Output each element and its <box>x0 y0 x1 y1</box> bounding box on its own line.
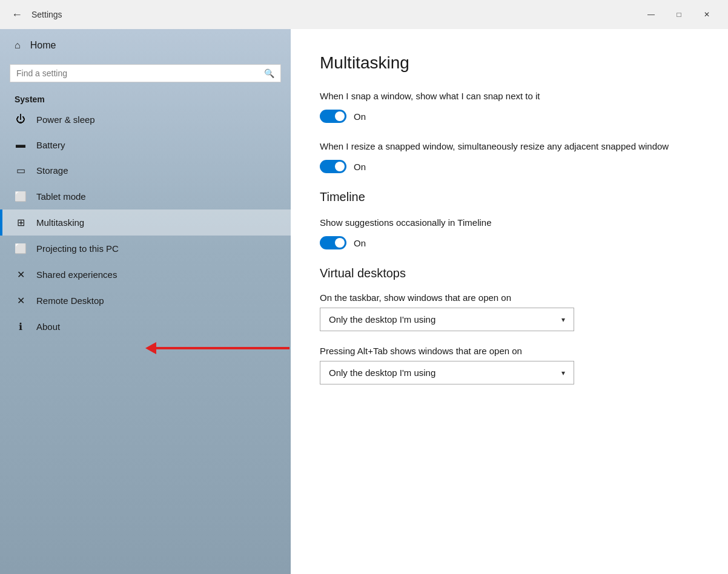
timeline-suggestions-description: Show suggestions occasionally in Timelin… <box>320 216 671 229</box>
snap-show-description: When I snap a window, show what I can sn… <box>320 90 671 102</box>
sidebar-item-home[interactable]: ⌂ Home <box>0 29 291 62</box>
sidebar-item-label: Remote Desktop <box>36 295 104 306</box>
search-box[interactable]: 🔍 <box>10 64 281 82</box>
sidebar: ⌂ Home 🔍 System ⏻ Power & sleep ▬ Batter… <box>0 29 291 574</box>
alttab-dropdown-value: Only the desktop I'm using <box>329 368 435 378</box>
snap-resize-toggle-row: On <box>320 160 699 173</box>
sidebar-item-label: Projecting to this PC <box>36 243 119 254</box>
sidebar-item-remote-desktop[interactable]: ✕ Remote Desktop <box>0 288 291 314</box>
sidebar-item-multitasking[interactable]: ⊞ Multitasking <box>0 209 291 236</box>
snap-resize-toggle[interactable] <box>320 160 346 173</box>
multitasking-icon: ⊞ <box>15 217 27 228</box>
sidebar-item-battery[interactable]: ▬ Battery <box>0 132 291 157</box>
alttab-dropdown[interactable]: Only the desktop I'm using ▾ <box>320 361 574 384</box>
sidebar-item-projecting[interactable]: ⬜ Projecting to this PC <box>0 236 291 262</box>
sidebar-item-power-sleep[interactable]: ⏻ Power & sleep <box>0 107 291 132</box>
sidebar-item-tablet-mode[interactable]: ⬜ Tablet mode <box>0 183 291 209</box>
timeline-toggle-row: On <box>320 236 699 249</box>
sidebar-item-about[interactable]: ℹ About <box>0 314 291 340</box>
storage-icon: ▭ <box>15 165 27 176</box>
alttab-dropdown-chevron: ▾ <box>561 369 565 377</box>
timeline-toggle[interactable] <box>320 236 346 249</box>
back-icon: ← <box>12 8 22 21</box>
sidebar-item-label: Multitasking <box>36 217 84 228</box>
snap-show-toggle[interactable] <box>320 110 346 123</box>
sidebar-item-storage[interactable]: ▭ Storage <box>0 157 291 183</box>
search-input[interactable] <box>16 68 259 78</box>
taskbar-dropdown-value: Only the desktop I'm using <box>329 314 435 325</box>
taskbar-dropdown-chevron: ▾ <box>561 315 565 324</box>
page-title: Multitasking <box>320 53 699 73</box>
snap-resize-toggle-label: On <box>354 162 366 172</box>
window-controls: — □ ✕ <box>637 5 721 24</box>
home-icon: ⌂ <box>15 40 21 51</box>
snap-resize-description: When I resize a snapped window, simultan… <box>320 140 671 153</box>
sidebar-item-label: Storage <box>36 165 68 176</box>
timeline-toggle-label: On <box>354 238 366 248</box>
sidebar-item-label: Power & sleep <box>36 114 95 125</box>
search-icon: 🔍 <box>264 68 274 78</box>
main-layout: ⌂ Home 🔍 System ⏻ Power & sleep ▬ Batter… <box>0 29 728 574</box>
title-bar: ← Settings — □ ✕ <box>0 0 728 29</box>
battery-icon: ▬ <box>15 139 27 150</box>
close-button[interactable]: ✕ <box>693 5 721 24</box>
snap-show-toggle-row: On <box>320 110 699 123</box>
maximize-button[interactable]: □ <box>665 5 693 24</box>
sidebar-item-label: About <box>36 322 60 332</box>
back-button[interactable]: ← <box>7 5 27 24</box>
sidebar-section-title: System <box>0 90 291 107</box>
timeline-section-title: Timeline <box>320 190 699 204</box>
taskbar-dropdown[interactable]: Only the desktop I'm using ▾ <box>320 308 574 331</box>
minimize-button[interactable]: — <box>637 5 665 24</box>
about-icon: ℹ <box>15 321 27 332</box>
virtual-desktops-section-title: Virtual desktops <box>320 266 699 280</box>
sidebar-item-shared-experiences[interactable]: ✕ Shared experiences <box>0 262 291 288</box>
home-label: Home <box>30 40 56 51</box>
sidebar-item-label: Tablet mode <box>36 191 86 202</box>
remote-desktop-icon: ✕ <box>15 295 27 306</box>
sidebar-item-label: Battery <box>36 140 65 150</box>
projecting-icon: ⬜ <box>15 243 27 254</box>
shared-experiences-icon: ✕ <box>15 269 27 280</box>
snap-show-toggle-label: On <box>354 111 366 122</box>
window-title: Settings <box>31 10 637 19</box>
taskbar-dropdown-label: On the taskbar, show windows that are op… <box>320 292 699 303</box>
alttab-dropdown-label: Pressing Alt+Tab shows windows that are … <box>320 346 699 356</box>
power-sleep-icon: ⏻ <box>15 114 27 125</box>
tablet-mode-icon: ⬜ <box>15 191 27 202</box>
sidebar-item-label: Shared experiences <box>36 269 117 280</box>
content-area: Multitasking When I snap a window, show … <box>291 29 728 574</box>
